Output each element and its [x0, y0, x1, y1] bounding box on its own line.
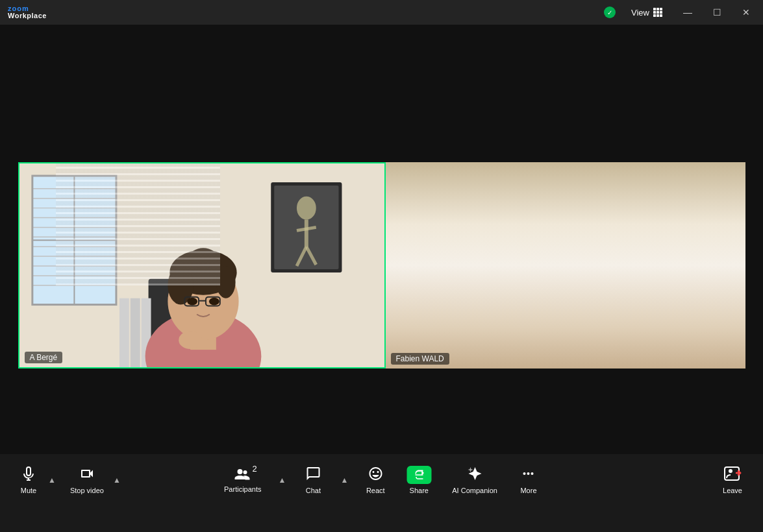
- toolbar-left: Mute ▲ Stop video ▲: [13, 462, 122, 498]
- react-icon: [368, 466, 383, 484]
- svg-point-73: [554, 275, 558, 279]
- title-bar-controls: ✓ View — ☐ ✕: [604, 5, 755, 20]
- svg-point-61: [694, 204, 727, 237]
- svg-rect-50: [652, 162, 657, 369]
- minimize-button[interactable]: —: [678, 6, 697, 19]
- svg-rect-48: [632, 162, 745, 369]
- video-area: A Bergé: [0, 25, 763, 506]
- svg-rect-26: [130, 298, 140, 367]
- more-icon: [521, 466, 536, 484]
- stop-video-chevron[interactable]: ▲: [112, 474, 122, 486]
- stop-video-button[interactable]: Stop video: [65, 462, 109, 498]
- svg-point-71: [545, 273, 561, 285]
- participant-count-badge: 2: [253, 465, 257, 473]
- view-button[interactable]: View: [626, 5, 668, 20]
- participants-icon: 2: [234, 467, 252, 483]
- svg-rect-56: [730, 162, 735, 369]
- leave-button[interactable]: Leave: [715, 462, 750, 498]
- svg-rect-25: [119, 298, 129, 367]
- svg-point-74: [579, 275, 582, 279]
- ai-companion-label: AI Companion: [452, 487, 497, 494]
- mute-button[interactable]: Mute: [13, 462, 44, 498]
- toolbar: Mute ▲ Stop video ▲: [0, 454, 763, 506]
- more-label: More: [520, 487, 536, 494]
- svg-point-67: [510, 237, 547, 295]
- stop-video-icon: [79, 466, 95, 484]
- participant-wald: Fabien WALD: [386, 162, 745, 369]
- react-label: React: [366, 487, 385, 494]
- view-label: View: [631, 8, 649, 18]
- svg-point-69: [529, 234, 568, 260]
- participants-button[interactable]: 2 Participants: [219, 463, 266, 497]
- svg-rect-51: [665, 162, 670, 369]
- svg-point-68: [584, 237, 621, 295]
- chat-button[interactable]: Chat: [297, 462, 329, 498]
- svg-point-35: [189, 248, 218, 269]
- svg-point-41: [179, 331, 202, 349]
- participants-chevron[interactable]: ▲: [277, 474, 287, 486]
- video-wald: [386, 162, 745, 369]
- svg-rect-52: [678, 162, 683, 369]
- svg-rect-43: [386, 162, 745, 201]
- svg-point-36: [187, 298, 197, 306]
- mute-chevron[interactable]: ▲: [47, 474, 57, 486]
- svg-rect-47: [508, 206, 614, 363]
- svg-point-66: [518, 214, 613, 272]
- svg-rect-49: [639, 162, 644, 369]
- share-label: Share: [410, 487, 429, 494]
- svg-point-76: [527, 472, 530, 475]
- svg-point-77: [523, 472, 526, 475]
- maximize-button[interactable]: ☐: [708, 6, 727, 19]
- video-grid: A Bergé: [18, 162, 745, 369]
- participants-label: Participants: [224, 485, 261, 493]
- workplace-text: Workplace: [8, 12, 47, 19]
- svg-point-63: [488, 298, 644, 369]
- security-badge: ✓: [604, 6, 616, 18]
- svg-point-75: [546, 295, 585, 321]
- svg-point-19: [296, 197, 316, 220]
- video-berge: [19, 163, 384, 367]
- berge-video-canvas: [19, 163, 384, 367]
- ai-companion-button[interactable]: AI Companion: [447, 462, 503, 498]
- svg-point-80: [729, 469, 732, 473]
- svg-point-65: [517, 236, 614, 342]
- share-button[interactable]: Share: [401, 462, 436, 498]
- svg-point-34: [216, 266, 235, 298]
- svg-point-60: [691, 201, 730, 240]
- svg-rect-54: [704, 162, 709, 369]
- title-bar: zoom Workplace ✓ View — ☐ ✕: [0, 0, 763, 25]
- wald-video-canvas: [386, 162, 745, 369]
- chat-label: Chat: [306, 487, 321, 494]
- participant-berge-name: A Bergé: [25, 352, 63, 363]
- participant-wald-name: Fabien WALD: [391, 353, 449, 365]
- ai-companion-icon: [467, 466, 482, 484]
- svg-rect-44: [386, 201, 745, 369]
- svg-rect-53: [691, 162, 696, 369]
- svg-point-78: [531, 472, 534, 475]
- stop-video-label: Stop video: [70, 487, 104, 494]
- main-content: A Bergé: [0, 25, 763, 506]
- react-button[interactable]: React: [360, 462, 391, 498]
- svg-point-37: [208, 298, 219, 306]
- close-button[interactable]: ✕: [737, 6, 755, 19]
- svg-rect-46: [503, 201, 619, 369]
- toolbar-center: 2 Participants ▲ Chat ▲: [219, 462, 544, 498]
- zoom-logo: zoom Workplace: [8, 5, 47, 19]
- toolbar-right: Leave: [715, 462, 750, 498]
- more-button[interactable]: More: [513, 462, 544, 498]
- leave-label: Leave: [723, 487, 742, 494]
- svg-rect-58: [681, 162, 688, 172]
- chat-chevron[interactable]: ▲: [339, 474, 349, 486]
- svg-point-62: [462, 344, 669, 369]
- svg-rect-42: [386, 162, 745, 369]
- svg-point-57: [665, 164, 704, 180]
- leave-icon: [723, 466, 742, 484]
- mute-label: Mute: [21, 487, 36, 494]
- svg-rect-45: [503, 201, 619, 369]
- svg-rect-55: [717, 162, 722, 369]
- view-grid-icon: [653, 8, 662, 17]
- mute-icon: [21, 466, 36, 484]
- svg-rect-64: [549, 311, 582, 347]
- chat-icon: [305, 466, 321, 484]
- svg-point-70: [562, 234, 599, 257]
